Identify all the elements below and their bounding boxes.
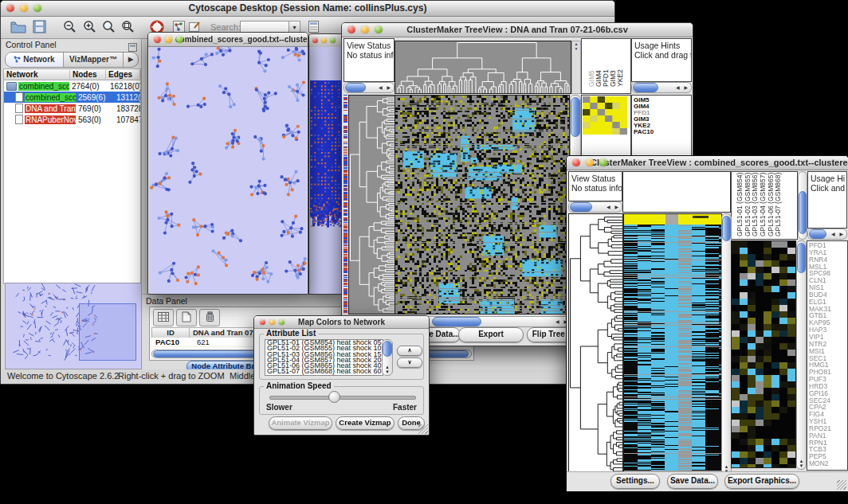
close-button[interactable] — [260, 319, 265, 325]
tv2-status-hscrollbar[interactable] — [568, 201, 622, 213]
attribute-list-vscrollbar[interactable] — [382, 339, 393, 376]
tv2-zoom-vscroll-thumb[interactable] — [797, 243, 806, 273]
tv1-status-hscroll-thumb[interactable] — [345, 83, 366, 92]
treeview1-title-bar[interactable]: ClusterMaker TreeView : DNA and Tran 07-… — [342, 23, 693, 37]
attribute-list-group: Attribute List GPL51-01 (GSM854) heat sh… — [259, 334, 424, 380]
column-header-nodes[interactable]: Nodes — [70, 70, 106, 79]
lattice-network-canvas[interactable] — [310, 80, 341, 233]
zoom-window-button[interactable] — [279, 319, 285, 325]
gene-label: SEC1 — [807, 355, 847, 362]
minimize-button[interactable] — [586, 158, 594, 166]
zoom-selected-icon[interactable] — [102, 20, 116, 37]
close-button[interactable] — [312, 37, 318, 43]
attribute-listbox[interactable]: GPL51-01 (GSM854) heat shock 05 minGPL51… — [265, 339, 383, 376]
dialog-title-bar[interactable]: Map Colors to Network — [254, 316, 429, 329]
attribute-list-label: Attribute List — [264, 329, 318, 338]
tv2-collabel-vscrollbar[interactable] — [798, 171, 807, 240]
zoom-window-button[interactable] — [33, 4, 41, 12]
column-header-network[interactable]: Network — [4, 70, 70, 79]
background-window-title-bar[interactable] — [309, 34, 342, 48]
tv2-usage-hscrollbar[interactable] — [807, 229, 847, 240]
network-graph-canvas[interactable] — [149, 47, 307, 294]
minimize-button[interactable] — [20, 4, 28, 12]
minimize-button[interactable] — [361, 25, 369, 33]
tv2-zoom-vscrollbar[interactable] — [796, 240, 807, 470]
attribute-list-item[interactable]: GPL51-07 (GSM868) heat shock 60 min — [265, 369, 383, 374]
zoom-window-button[interactable] — [599, 158, 607, 166]
zoom-window-button[interactable] — [375, 25, 383, 33]
tv2-column-dendrogram-area[interactable] — [622, 171, 731, 213]
dialog-resize-grip[interactable] — [418, 424, 428, 434]
tab-network[interactable]: Network — [6, 53, 64, 67]
create-vizmap-button[interactable]: Create Vizmap — [336, 416, 395, 430]
new-attribute-button[interactable] — [176, 309, 197, 326]
minimize-button[interactable] — [321, 37, 327, 43]
tv2-usage-hscroll-thumb[interactable] — [809, 229, 826, 239]
column-header-edges[interactable]: Edges — [106, 70, 140, 79]
tv1-usage-hscroll-thumb[interactable] — [633, 83, 658, 92]
tv2-row-dendrogram[interactable] — [568, 213, 623, 474]
treeview2-title: ClusterMaker TreeView : combined_scores_… — [567, 156, 848, 170]
move-attribute-down-button[interactable]: ∨ — [397, 357, 422, 368]
zoom-window-button[interactable] — [176, 36, 183, 43]
network-view-title-bar[interactable]: combined_scores_good.txt--cluste... — [148, 33, 308, 47]
close-button[interactable] — [347, 25, 355, 33]
treeview2-title-bar[interactable]: ClusterMaker TreeView : combined_scores_… — [567, 156, 848, 170]
network-overview-canvas[interactable] — [6, 283, 139, 367]
tv2-status-hscroll-thumb[interactable] — [570, 202, 592, 212]
tv1-column-dendrogram[interactable] — [395, 41, 571, 94]
minimize-button[interactable] — [269, 319, 275, 325]
attribute-list-item[interactable]: GPL51-04 (GSM857) heat shock 20 min — [265, 357, 383, 363]
network-name: combined_scores — [18, 82, 69, 91]
network-row[interactable]: RNAPuberNov2+ 563(0) 107847(0) — [4, 114, 140, 125]
tv2-collabel-vscroll-thumb[interactable] — [799, 191, 807, 234]
tv1-row-dendrogram[interactable] — [348, 95, 395, 315]
tab-vizmapper[interactable]: VizMapper™ — [64, 53, 124, 67]
close-button[interactable] — [154, 36, 161, 43]
animate-vizmap-button[interactable]: Animate Vizmap — [269, 416, 332, 430]
close-button[interactable] — [6, 4, 14, 12]
background-network-view[interactable] — [309, 47, 342, 294]
tv1-column-labels-panel: GIM5GIM4PFD1GIM3YKE2PAC10 — [581, 38, 631, 94]
close-button[interactable] — [572, 158, 580, 166]
tv2-resize-grip[interactable] — [837, 480, 846, 490]
delete-attribute-button[interactable] — [199, 309, 220, 326]
tv2-heatmap-vscroll-thumb[interactable] — [722, 216, 731, 241]
network-row[interactable]: combined_scores 2764(0) 16218(0) — [4, 80, 140, 92]
tv2-save-data-button[interactable]: Save Data... — [667, 474, 718, 489]
tv2-export-graphics-button[interactable]: Export Graphics... — [724, 474, 799, 489]
tv1-zoom-heatmap[interactable] — [583, 96, 627, 135]
tv2-zoom-heatmap[interactable] — [731, 240, 796, 468]
tv2-global-heatmap[interactable] — [623, 213, 722, 474]
attribute-list-item[interactable]: GPL51-06 (GSM865) heat shock 40 min — [265, 363, 383, 369]
speed-slider-track[interactable] — [269, 396, 416, 400]
select-attributes-button[interactable] — [153, 309, 174, 326]
zoom-window-button[interactable] — [330, 37, 336, 43]
tv1-export-graphics-button[interactable]: Export Graphics... — [458, 327, 524, 342]
attribute-list-item[interactable]: GPL51-03 (GSM856) heat shock 15 min — [265, 352, 383, 357]
network-row[interactable]: DNA and Tran 07 769(0) 183728(0) — [4, 103, 140, 114]
tv1-status-hscrollbar[interactable] — [344, 82, 395, 93]
zoom-out-icon[interactable] — [63, 20, 77, 37]
move-attribute-up-button[interactable]: ∧ — [397, 346, 422, 356]
attribute-list-item[interactable]: GPL51-02 (GSM855) heat shock 10 min — [265, 346, 383, 351]
tv2-settings-button[interactable]: Settings... — [610, 474, 660, 489]
zoom-fit-icon[interactable] — [121, 20, 135, 37]
speed-slider-thumb[interactable] — [328, 391, 340, 403]
save-button[interactable] — [33, 20, 46, 37]
open-file-button[interactable] — [10, 20, 26, 37]
attribute-list-item[interactable]: GPL51-01 (GSM854) heat shock 05 min — [265, 340, 383, 346]
tv1-dendro-arrows[interactable]: ▲▼ — [571, 41, 581, 94]
zoom-in-icon[interactable] — [83, 20, 97, 37]
main-title-bar[interactable]: Cytoscape Desktop (Session Name: collins… — [1, 1, 614, 17]
tv1-global-heatmap[interactable] — [395, 95, 570, 315]
tab-overflow-arrow[interactable]: ▶ — [124, 53, 138, 67]
attribute-list-vscroll-thumb[interactable] — [383, 341, 392, 357]
tv1-usage-hscrollbar[interactable] — [631, 82, 692, 93]
tv1-heatmap-vscroll-thumb[interactable] — [571, 97, 580, 137]
minimize-button[interactable] — [165, 36, 172, 43]
tv1-heatmap-hscroll-thumb[interactable] — [432, 317, 481, 326]
network-overview-panel[interactable] — [5, 283, 142, 369]
data-column-id[interactable]: ID — [152, 328, 190, 338]
network-row[interactable]: combined_sco 2569(6) 13112(15) — [4, 92, 140, 103]
